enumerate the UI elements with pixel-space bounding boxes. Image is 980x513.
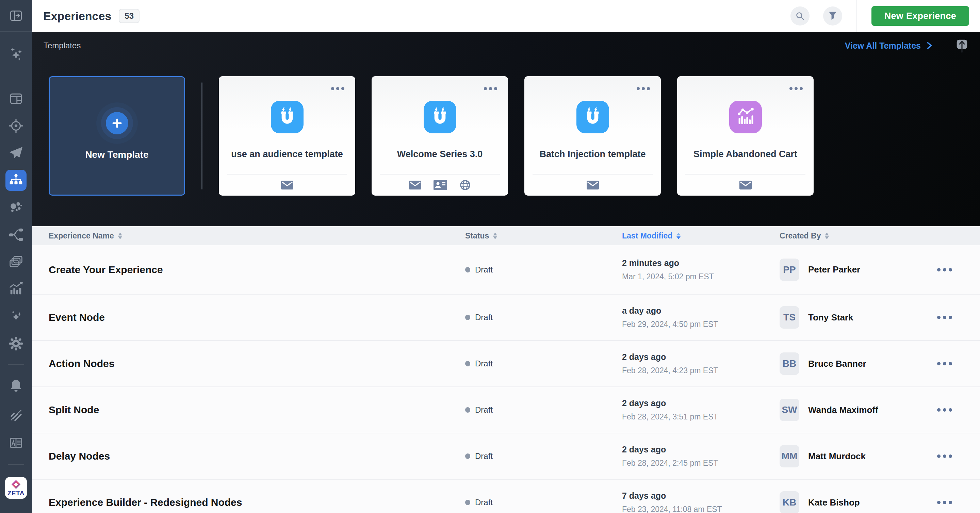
- card-channel-icons: [685, 174, 805, 195]
- table-row[interactable]: Action Nodes Draft 2 days ago Feb 28, 20…: [32, 341, 980, 387]
- sidebar-item-dashboard[interactable]: [0, 85, 32, 112]
- table-row[interactable]: Create Your Experience Draft 2 minutes a…: [32, 245, 980, 295]
- avatar: BB: [780, 353, 799, 375]
- template-card-title: Welcome Series 3.0: [397, 149, 483, 160]
- last-modified-cell: 2 days ago Feb 28, 2024, 2:45 pm EST: [622, 445, 718, 468]
- table-row[interactable]: Split Node Draft 2 days ago Feb 28, 2024…: [32, 387, 980, 434]
- experience-name[interactable]: Delay Nodes: [49, 450, 110, 462]
- sidebar-item-templates[interactable]: [0, 248, 32, 276]
- status-dot: [465, 314, 470, 320]
- sidebar-item-campaigns[interactable]: [0, 140, 32, 167]
- table-row[interactable]: Experience Builder - Redesigned Nodes Dr…: [32, 480, 980, 513]
- card-channel-icons: [380, 174, 500, 195]
- zeta-logo[interactable]: ZETA: [5, 477, 27, 499]
- sidebar: ZETA: [0, 0, 32, 513]
- last-modified-cell: a day ago Feb 29, 2024, 4:50 pm EST: [622, 306, 718, 329]
- created-by-cell: SW Wanda Maximoff: [780, 399, 878, 421]
- row-menu-button[interactable]: [934, 452, 955, 461]
- status-dot: [465, 361, 470, 366]
- created-by-cell: BB Bruce Banner: [780, 353, 866, 375]
- new-experience-button[interactable]: New Experience: [872, 6, 969, 26]
- mail-icon: [409, 180, 421, 190]
- sidebar-item-workflows[interactable]: [0, 221, 32, 248]
- collapse-section-button[interactable]: [954, 38, 970, 53]
- experience-name[interactable]: Event Node: [49, 311, 105, 323]
- avatar: PP: [780, 259, 799, 281]
- template-card[interactable]: use an audience template: [219, 76, 355, 195]
- experience-name[interactable]: Create Your Experience: [49, 264, 163, 276]
- sidebar-collapse-button[interactable]: [0, 0, 32, 32]
- view-all-templates-link[interactable]: View All Templates: [845, 41, 932, 51]
- template-card[interactable]: Welcome Series 3.0: [372, 76, 508, 195]
- chevron-right-icon: [926, 41, 932, 50]
- chart-icon: [729, 101, 762, 133]
- sidebar-item-signal[interactable]: [0, 400, 32, 429]
- templates-section: Templates View All Templates: [32, 32, 980, 226]
- sidebar-item-audiences[interactable]: [0, 112, 32, 140]
- zeta-diamond-icon: [11, 479, 21, 489]
- table-row[interactable]: Delay Nodes Draft 2 days ago Feb 28, 202…: [32, 434, 980, 480]
- status-cell: Draft: [465, 265, 493, 275]
- sidebar-item-segments[interactable]: [0, 194, 32, 221]
- status-dot: [465, 267, 470, 273]
- card-menu-button[interactable]: [482, 85, 499, 92]
- signal-icon: [8, 407, 24, 422]
- row-menu-button[interactable]: [934, 265, 955, 274]
- template-card[interactable]: Simple Abandoned Cart: [677, 76, 814, 195]
- card-channel-icons: [533, 174, 653, 195]
- template-card[interactable]: Batch Injection template: [524, 76, 661, 195]
- row-menu-button[interactable]: [934, 498, 955, 507]
- sidebar-item-notifications[interactable]: [0, 372, 32, 400]
- column-header-status[interactable]: Status: [465, 226, 497, 245]
- stacked-cards-icon: [8, 254, 24, 269]
- sidebar-item-knowledge-base[interactable]: [0, 429, 32, 457]
- page-header: Experiences 53 New Experience: [32, 0, 980, 32]
- row-menu-button[interactable]: [934, 313, 955, 322]
- status-dot: [465, 500, 470, 505]
- layout-icon: [8, 91, 24, 106]
- sidebar-item-ai[interactable]: [0, 41, 32, 68]
- contact-card-icon: [434, 180, 447, 190]
- avatar: TS: [780, 306, 799, 329]
- card-menu-button[interactable]: [635, 85, 652, 92]
- status-cell: Draft: [465, 359, 493, 368]
- template-card-title: Batch Injection template: [539, 149, 646, 160]
- experience-name[interactable]: Experience Builder - Redesigned Nodes: [49, 497, 242, 508]
- column-header-last-modified[interactable]: Last Modified: [622, 226, 681, 245]
- experience-table: Create Your Experience Draft 2 minutes a…: [32, 245, 980, 513]
- template-card-row: New Template use a: [32, 76, 980, 195]
- main-content: Experiences 53 New Experience: [32, 0, 980, 513]
- sidebar-item-reports[interactable]: [0, 276, 32, 303]
- last-modified-cell: 2 days ago Feb 28, 2024, 4:23 pm EST: [622, 352, 718, 375]
- count-badge: 53: [119, 9, 140, 23]
- search-icon: [795, 11, 805, 21]
- search-button[interactable]: [791, 6, 810, 25]
- column-header-created-by[interactable]: Created By: [780, 226, 829, 245]
- panel-collapse-icon: [8, 8, 24, 23]
- card-menu-button[interactable]: [329, 85, 347, 92]
- experience-name[interactable]: Action Nodes: [49, 358, 115, 369]
- table-row[interactable]: Event Node Draft a day ago Feb 29, 2024,…: [32, 295, 980, 341]
- card-menu-button[interactable]: [788, 85, 805, 92]
- target-icon: [8, 118, 24, 134]
- status-cell: Draft: [465, 451, 493, 461]
- chart-trend-icon: [8, 281, 24, 297]
- header-divider: [856, 0, 857, 32]
- new-template-card[interactable]: New Template: [49, 76, 185, 195]
- filter-button[interactable]: [823, 6, 842, 25]
- sparkles-icon: [9, 310, 23, 323]
- sidebar-item-experiences[interactable]: [0, 167, 32, 194]
- sort-icon: [493, 233, 497, 239]
- column-header-experience-name[interactable]: Experience Name: [49, 226, 122, 245]
- sidebar-item-automations[interactable]: [0, 303, 32, 330]
- created-by-cell: KB Kate Bishop: [780, 491, 860, 513]
- row-menu-button[interactable]: [934, 405, 955, 415]
- zeta-logo-text: ZETA: [8, 490, 24, 496]
- created-by-cell: PP Peter Parker: [780, 259, 860, 281]
- row-menu-button[interactable]: [934, 359, 955, 368]
- sidebar-item-settings[interactable]: [0, 330, 32, 357]
- experience-name[interactable]: Split Node: [49, 404, 99, 416]
- filter-icon: [827, 11, 838, 21]
- mail-icon: [281, 180, 293, 190]
- magnet-icon: [424, 101, 456, 133]
